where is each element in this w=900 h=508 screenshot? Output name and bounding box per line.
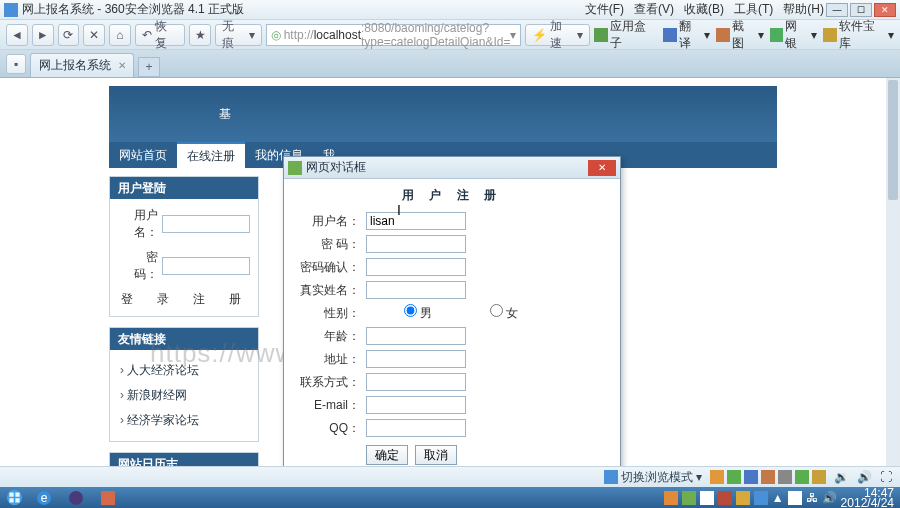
reload-button[interactable]: ⟳ [58, 24, 80, 46]
tray-icon-1[interactable] [664, 491, 678, 505]
input-realname[interactable] [366, 281, 466, 299]
status-icon-5[interactable] [778, 470, 792, 484]
system-tray: ▲ 🖧 🔊 14:47 2012/4/24 [664, 488, 900, 508]
url-dropdown-icon[interactable]: ▾ [510, 28, 516, 42]
task-ie[interactable]: e [28, 487, 60, 508]
input-qq[interactable] [366, 419, 466, 437]
lbl-contact: 联系方式： [294, 374, 360, 391]
status-icon-4[interactable] [761, 470, 775, 484]
input-age[interactable] [366, 327, 466, 345]
status-icon-3[interactable] [744, 470, 758, 484]
accel-button[interactable]: ⚡加速▾ [525, 24, 589, 46]
tray-volume-icon[interactable]: 🔊 [822, 491, 837, 505]
input-confirm[interactable] [366, 258, 466, 276]
taskbar-clock[interactable]: 14:47 2012/4/24 [841, 488, 894, 508]
fullscreen-icon[interactable]: ⛶ [880, 470, 892, 484]
zoom-out-icon[interactable]: 🔉 [834, 470, 849, 484]
radio-male[interactable] [404, 304, 417, 317]
translate-tool[interactable]: 翻译▾ [663, 18, 710, 52]
render-mode-toggle[interactable]: 切换浏览模式▾ [604, 469, 702, 486]
tray-up-icon[interactable]: ▲ [772, 491, 784, 505]
engine-icon: ◎ [271, 28, 281, 42]
menu-tools[interactable]: 工具(T) [734, 1, 773, 18]
links-panel: 友情链接 人大经济论坛 新浪财经网 经济学家论坛 [109, 327, 259, 442]
start-button[interactable] [0, 487, 28, 508]
login-pass-input[interactable] [162, 257, 250, 275]
tray-icon-4[interactable] [718, 491, 732, 505]
nav-register[interactable]: 在线注册 [177, 142, 245, 168]
menu-view[interactable]: 查看(V) [634, 1, 674, 18]
radio-female[interactable] [490, 304, 503, 317]
friend-link-0[interactable]: 人大经济论坛 [118, 358, 250, 383]
dialog-titlebar[interactable]: 网页对话框 ✕ [284, 157, 620, 179]
status-icon-2[interactable] [727, 470, 741, 484]
site-banner: 基 [109, 86, 777, 142]
clock-date: 2012/4/24 [841, 498, 894, 508]
new-tab-button[interactable]: + [138, 57, 160, 77]
tab-list-button[interactable]: ▪ [6, 54, 26, 74]
lbl-password: 密 码： [294, 236, 360, 253]
private-button[interactable]: 无痕▾ [215, 24, 262, 46]
stop-button[interactable]: ✕ [83, 24, 105, 46]
input-addr[interactable] [366, 350, 466, 368]
menu-file[interactable]: 文件(F) [585, 1, 624, 18]
zoom-in-icon[interactable]: 🔊 [857, 470, 872, 484]
appbox-tool[interactable]: 应用盒子 [594, 18, 657, 52]
star-button[interactable]: ★ [189, 24, 211, 46]
menu-help[interactable]: 帮助(H) [783, 1, 824, 18]
browser-toolbar: ◄ ► ⟳ ✕ ⌂ ↶恢复 ★ 无痕▾ ◎ http:// localhost … [0, 20, 900, 50]
scrollbar-thumb[interactable] [888, 80, 898, 200]
dialog-title: 网页对话框 [306, 159, 588, 176]
status-icon-7[interactable] [812, 470, 826, 484]
friend-link-2[interactable]: 经济学家论坛 [118, 408, 250, 433]
task-eclipse[interactable] [60, 487, 92, 508]
tab-main[interactable]: 网上报名系统 [30, 53, 134, 77]
dialog-close-icon[interactable]: ✕ [588, 160, 616, 176]
tray-icon-5[interactable] [736, 491, 750, 505]
register-dialog: 网页对话框 ✕ 用 户 注 册 用户名： 密 码： 密码确认： 真实姓名： 性别… [283, 156, 621, 504]
nav-home[interactable]: 网站首页 [109, 142, 177, 168]
input-contact[interactable] [366, 373, 466, 391]
tray-icon-2[interactable] [682, 491, 696, 505]
login-panel: 用户登陆 用户名： 密 码： 登 录 注 册 [109, 176, 259, 317]
lbl-gender: 性别： [294, 305, 360, 322]
url-path: :8080/baoming/catelog?type=catelogDetail… [361, 21, 510, 49]
url-protocol: http:// [284, 28, 314, 42]
tray-icon-3[interactable] [700, 491, 714, 505]
lbl-email: E-mail： [294, 397, 360, 414]
forward-button[interactable]: ► [32, 24, 54, 46]
window-maximize[interactable] [850, 3, 872, 17]
address-bar[interactable]: ◎ http:// localhost :8080/baoming/catelo… [266, 24, 522, 46]
input-username[interactable] [366, 212, 466, 230]
input-email[interactable] [366, 396, 466, 414]
bank-tool[interactable]: 网银▾ [770, 18, 817, 52]
radio-female-label[interactable]: 女 [452, 304, 518, 322]
register-button[interactable]: 注 册 [193, 292, 247, 306]
status-icon-6[interactable] [795, 470, 809, 484]
tray-network-icon[interactable]: 🖧 [806, 491, 818, 505]
dialog-ok-button[interactable]: 确定 [366, 445, 408, 465]
task-app[interactable] [92, 487, 124, 508]
screenshot-tool[interactable]: 截图▾ [716, 18, 763, 52]
tray-icon-6[interactable] [754, 491, 768, 505]
lbl-qq: QQ： [294, 420, 360, 437]
window-close[interactable] [874, 3, 896, 17]
status-icon-1[interactable] [710, 470, 724, 484]
back-button[interactable]: ◄ [6, 24, 28, 46]
tab-close-icon[interactable] [115, 58, 129, 72]
radio-male-label[interactable]: 男 [366, 304, 432, 322]
vertical-scrollbar[interactable] [886, 78, 900, 487]
input-password[interactable] [366, 235, 466, 253]
login-button[interactable]: 登 录 [121, 292, 175, 306]
menu-fav[interactable]: 收藏(B) [684, 1, 724, 18]
login-head: 用户登陆 [110, 177, 258, 199]
dialog-cancel-button[interactable]: 取消 [415, 445, 457, 465]
home-button[interactable]: ⌂ [109, 24, 131, 46]
friend-link-1[interactable]: 新浪财经网 [118, 383, 250, 408]
softstore-tool[interactable]: 软件宝库▾ [823, 18, 894, 52]
restore-button[interactable]: ↶恢复 [135, 24, 186, 46]
dialog-header: 用 户 注 册 [284, 179, 620, 212]
window-minimize[interactable] [826, 3, 848, 17]
tray-flag-icon[interactable] [788, 491, 802, 505]
login-user-input[interactable] [162, 215, 250, 233]
